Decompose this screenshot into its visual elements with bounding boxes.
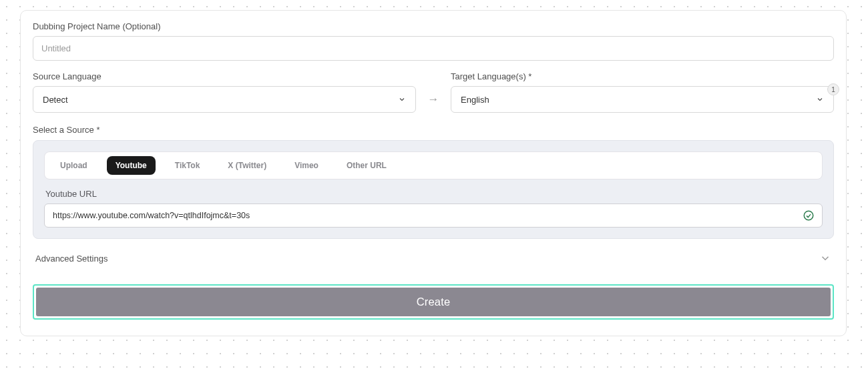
svg-point-0: [804, 211, 813, 220]
source-label: Select a Source *: [33, 125, 834, 135]
source-section: Select a Source * Upload Youtube TikTok …: [33, 125, 834, 239]
tab-upload[interactable]: Upload: [51, 156, 96, 175]
tab-x[interactable]: X (Twitter): [219, 156, 275, 175]
target-language-value: English: [461, 95, 489, 105]
url-label: Youtube URL: [45, 189, 823, 199]
create-button[interactable]: Create: [36, 288, 831, 316]
tab-youtube[interactable]: Youtube: [107, 156, 156, 175]
source-language-label: Source Language: [33, 71, 416, 81]
arrow-right-icon: →: [425, 93, 441, 113]
source-panel: Upload Youtube TikTok X (Twitter) Vimeo …: [33, 140, 834, 239]
check-circle-icon: [803, 210, 815, 222]
project-name-label: Dubbing Project Name (Optional): [33, 21, 834, 31]
source-tabs: Upload Youtube TikTok X (Twitter) Vimeo …: [44, 151, 823, 179]
project-name-input[interactable]: [33, 36, 834, 61]
target-language-select[interactable]: English: [451, 86, 834, 113]
target-language-col: Target Language(s) * 1 English: [451, 71, 834, 113]
advanced-settings-label: Advanced Settings: [35, 254, 107, 264]
dubbing-form-card: Dubbing Project Name (Optional) Source L…: [20, 10, 847, 336]
create-button-highlight: Create: [33, 284, 834, 320]
source-language-select[interactable]: Detect: [33, 86, 416, 113]
chevron-down-icon: [819, 252, 831, 264]
target-language-label: Target Language(s) *: [451, 71, 834, 81]
youtube-url-input[interactable]: [44, 204, 823, 228]
url-input-wrap: [44, 204, 823, 228]
tab-vimeo[interactable]: Vimeo: [286, 156, 327, 175]
source-language-col: Source Language Detect: [33, 71, 416, 113]
chevron-down-icon: [816, 95, 824, 103]
tab-tiktok[interactable]: TikTok: [166, 156, 209, 175]
target-language-count-badge: 1: [827, 83, 839, 95]
advanced-settings-toggle[interactable]: Advanced Settings: [33, 251, 834, 266]
language-row: Source Language Detect → Target Language…: [33, 71, 834, 113]
tab-other[interactable]: Other URL: [338, 156, 395, 175]
chevron-down-icon: [398, 95, 406, 103]
source-language-value: Detect: [43, 95, 68, 105]
